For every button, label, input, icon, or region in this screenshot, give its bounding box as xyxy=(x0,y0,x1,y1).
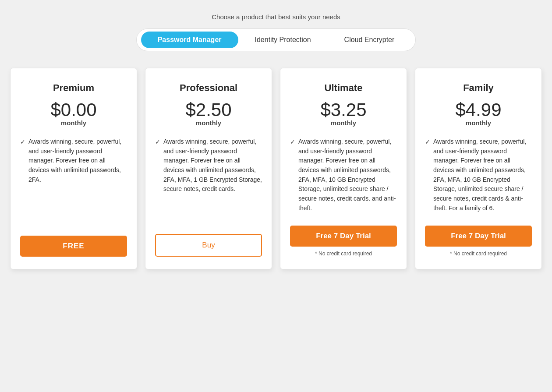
plan-card-premium: Premium $0.00 monthly ✓ Awards winning, … xyxy=(10,68,137,269)
plan-price-family: $4.99 xyxy=(425,101,532,119)
plan-name-ultimate: Ultimate xyxy=(290,82,397,94)
plan-feature-text-professional: Awards winning, secure, powerful, and us… xyxy=(163,137,262,194)
plan-feature-ultimate: ✓ Awards winning, secure, powerful, and … xyxy=(290,137,397,213)
tab-identity-protection[interactable]: Identity Protection xyxy=(238,32,328,48)
plan-name-professional: Professional xyxy=(155,82,262,94)
check-icon-family: ✓ xyxy=(425,138,430,147)
plan-cta-ultimate: Free 7 Day Trial * No credit card requir… xyxy=(290,218,397,257)
plan-feature-text-ultimate: Awards winning, secure, powerful, and us… xyxy=(298,137,397,213)
no-cc-ultimate: * No credit card required xyxy=(315,251,372,257)
plan-name-premium: Premium xyxy=(20,82,127,94)
plan-feature-text-premium: Awards winning, secure, powerful, and us… xyxy=(28,137,127,184)
plan-card-ultimate: Ultimate $3.25 monthly ✓ Awards winning,… xyxy=(280,68,407,269)
tab-bar: Password Manager Identity Protection Clo… xyxy=(136,28,416,51)
check-icon-premium: ✓ xyxy=(20,138,25,147)
trial-button-family[interactable]: Free 7 Day Trial xyxy=(425,226,532,247)
plan-price-professional: $2.50 xyxy=(155,101,262,119)
buy-button-professional[interactable]: Buy xyxy=(155,234,262,257)
plan-period-ultimate: monthly xyxy=(290,119,397,127)
plan-cta-premium: FREE xyxy=(20,228,127,257)
plan-card-professional: Professional $2.50 monthly ✓ Awards winn… xyxy=(145,68,272,269)
plan-cta-family: Free 7 Day Trial * No credit card requir… xyxy=(425,218,532,257)
plan-feature-text-family: Awards winning, secure, powerful, and us… xyxy=(433,137,532,213)
plan-name-family: Family xyxy=(425,82,532,94)
check-icon-ultimate: ✓ xyxy=(290,138,295,147)
free-button-premium[interactable]: FREE xyxy=(20,236,127,257)
plan-card-family: Family $4.99 monthly ✓ Awards winning, s… xyxy=(415,68,542,269)
no-cc-family: * No credit card required xyxy=(450,251,507,257)
plan-feature-professional: ✓ Awards winning, secure, powerful, and … xyxy=(155,137,262,222)
plan-period-family: monthly xyxy=(425,119,532,127)
page-subtitle: Choose a product that best suits your ne… xyxy=(212,13,340,21)
plan-cta-professional: Buy xyxy=(155,226,262,257)
plan-feature-family: ✓ Awards winning, secure, powerful, and … xyxy=(425,137,532,213)
check-icon-professional: ✓ xyxy=(155,138,160,147)
trial-button-ultimate[interactable]: Free 7 Day Trial xyxy=(290,226,397,247)
tab-cloud-encrypter[interactable]: Cloud Encrypter xyxy=(328,32,411,48)
plans-row: Premium $0.00 monthly ✓ Awards winning, … xyxy=(9,68,543,269)
tab-password-manager[interactable]: Password Manager xyxy=(141,32,238,48)
plan-period-professional: monthly xyxy=(155,119,262,127)
plan-period-premium: monthly xyxy=(20,119,127,127)
plan-feature-premium: ✓ Awards winning, secure, powerful, and … xyxy=(20,137,127,223)
plan-price-ultimate: $3.25 xyxy=(290,101,397,119)
plan-price-premium: $0.00 xyxy=(20,101,127,119)
